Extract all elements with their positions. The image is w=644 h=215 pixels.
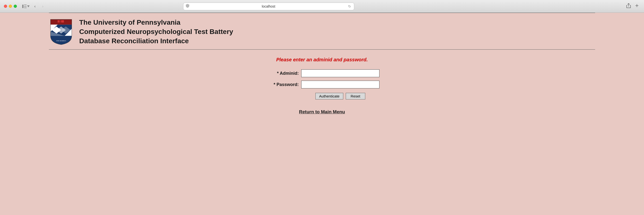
shield-icon — [186, 4, 189, 8]
authenticate-button[interactable]: Authenticate — [316, 93, 343, 99]
login-form: * Adminid: * Password: Authenticate Rese… — [264, 69, 380, 99]
svg-rect-0 — [22, 5, 24, 8]
close-button[interactable] — [4, 5, 7, 8]
reset-button[interactable]: Reset — [346, 93, 365, 99]
browser-chrome: ‹ › localhost ↻ — [0, 0, 644, 13]
svg-rect-3 — [24, 7, 27, 8]
main-content: Please enter an adminid and password. * … — [49, 50, 595, 115]
header-title: The University of Pennsylvania Computeri… — [79, 18, 233, 45]
page-content: SINE MORIBUS The University of Pennsylva… — [0, 13, 644, 115]
address-bar-container: localhost ↻ — [183, 2, 354, 10]
browser-controls: ‹ › — [21, 3, 46, 10]
browser-actions — [626, 2, 640, 10]
svg-text:SINE MORIBUS: SINE MORIBUS — [56, 40, 66, 41]
svg-rect-8 — [61, 20, 64, 22]
maximize-button[interactable] — [14, 5, 17, 8]
share-button[interactable] — [626, 2, 632, 10]
address-bar[interactable]: localhost ↻ — [183, 2, 354, 10]
password-row: * Password: — [264, 81, 380, 88]
sidebar-toggle[interactable] — [21, 4, 30, 9]
back-button[interactable]: ‹ — [32, 3, 38, 10]
svg-rect-7 — [58, 20, 60, 22]
forward-button[interactable]: › — [39, 3, 46, 10]
return-to-main-menu-link[interactable]: Return to Main Menu — [299, 109, 345, 115]
error-message: Please enter an adminid and password. — [276, 57, 368, 62]
traffic-lights — [4, 5, 17, 8]
minimize-button[interactable] — [9, 5, 12, 8]
adminid-label: * Adminid: — [264, 71, 299, 76]
svg-rect-1 — [24, 5, 27, 5]
url-display: localhost — [191, 4, 346, 8]
form-buttons: Authenticate Reset — [279, 93, 365, 99]
adminid-input[interactable] — [301, 69, 380, 77]
svg-rect-9 — [60, 20, 60, 22]
reload-button[interactable]: ↻ — [348, 4, 352, 9]
adminid-row: * Adminid: — [264, 69, 380, 77]
penn-logo: SINE MORIBUS — [49, 18, 73, 45]
password-input[interactable] — [301, 81, 380, 88]
new-tab-button[interactable] — [634, 2, 640, 10]
password-label: * Password: — [264, 82, 299, 87]
header-section: SINE MORIBUS The University of Pennsylva… — [49, 13, 595, 49]
svg-rect-2 — [24, 6, 27, 6]
